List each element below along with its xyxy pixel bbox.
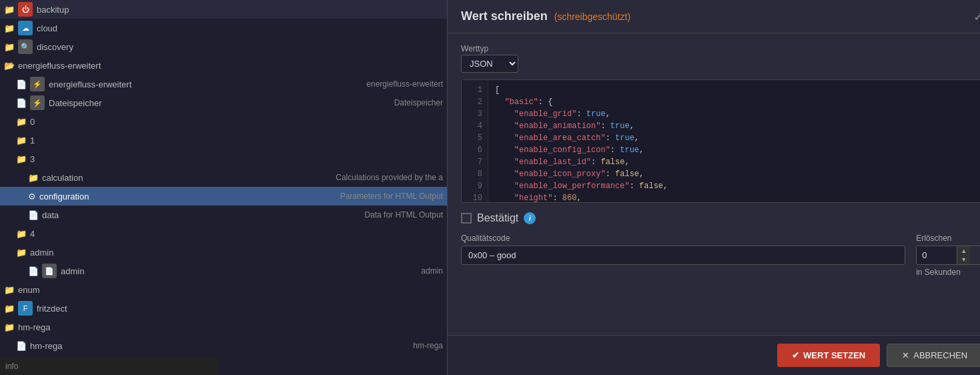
line-number: 3 <box>467 108 482 120</box>
item-name-label: 3 <box>30 154 443 164</box>
line-number: 9 <box>467 180 482 192</box>
item-desc-label: admin <box>421 266 443 276</box>
item-badge-icon: 🔍 <box>18 39 33 54</box>
dialog-title: Wert schreiben <box>461 9 548 23</box>
abbrechen-button[interactable]: ✕ ABBRECHEN <box>887 344 980 367</box>
item-desc-label: energiefluss-erweitert <box>366 79 443 89</box>
tree-item-folder-0[interactable]: 📁0 <box>0 112 447 131</box>
spin-buttons: ▲ ▼ <box>957 246 970 264</box>
code-line: "enable_area_catch": true, <box>495 132 975 144</box>
quality-select[interactable]: 0x00 – good 0x01 – uncertain 0x02 – bad <box>461 246 905 265</box>
erloeschen-input[interactable] <box>917 246 957 264</box>
spin-up-button[interactable]: ▲ <box>957 246 970 256</box>
tree-item-hm-rega-item[interactable]: 📄hm-regahm-rega <box>0 336 447 355</box>
item-desc-label: Data for HTML Output <box>364 210 443 220</box>
code-editor[interactable]: 123456789101112 [ "basic": { "enable_gri… <box>461 79 980 203</box>
line-number: 4 <box>467 120 482 132</box>
quality-label: Qualitätscode <box>461 234 905 243</box>
item-name-label: 0 <box>30 117 443 127</box>
tree-item-folder-1[interactable]: 📁1 <box>0 131 447 149</box>
item-name-label: 4 <box>30 229 443 239</box>
line-numbers: 123456789101112 <box>462 80 488 202</box>
tree-item-folder-4[interactable]: 📁4 <box>0 224 447 243</box>
item-name-label: Dateispeicher <box>49 98 388 108</box>
dialog-footer: ✔ WERT SETZEN ✕ ABBRECHEN <box>448 335 980 375</box>
item-desc-label: Calculations provided by the a <box>336 173 443 182</box>
expand-icon[interactable]: ⤢ <box>974 10 980 23</box>
dialog-title-area: Wert schreiben (schreibgeschützt) <box>461 9 630 23</box>
line-number: 8 <box>467 168 482 180</box>
tree-item-backitup[interactable]: 📁⏻backitup <box>0 0 447 19</box>
item-badge-icon: 📄 <box>42 264 57 278</box>
item-desc-label: Dateispeicher <box>394 98 443 107</box>
code-line: "enable_low_performance": false, <box>495 180 975 192</box>
werttyp-label: Werttyp <box>461 44 980 53</box>
folder-closed-icon: 📁 <box>16 248 27 258</box>
item-name-label: admin <box>61 266 414 276</box>
folder-closed-icon: 📁 <box>4 285 15 295</box>
item-badge-icon: ⏻ <box>18 2 33 17</box>
werttyp-section: Werttyp JSON String Number Boolean <box>461 44 980 73</box>
line-number: 6 <box>467 144 482 156</box>
file-icon: 📄 <box>28 266 39 276</box>
item-name-label: admin <box>30 248 443 258</box>
code-line: "enable_last_id": false, <box>495 156 975 168</box>
tree-item-data[interactable]: 📄dataData for HTML Output <box>0 206 447 224</box>
close-icon: ✕ <box>902 350 909 360</box>
tree-item-energiefluss-erweitert[interactable]: 📂energiefluss-erweitert <box>0 56 447 75</box>
info-icon[interactable]: i <box>524 212 536 224</box>
tree-item-calculation[interactable]: 📁calculationCalculations provided by the… <box>0 168 447 187</box>
tree-item-cloud[interactable]: 📁☁cloud <box>0 19 447 37</box>
item-name-label: 1 <box>30 135 443 145</box>
tree-item-enum[interactable]: 📁enum <box>0 280 447 299</box>
erloeschen-label: Erlöschen <box>916 234 980 243</box>
code-line: "enable_grid": true, <box>495 108 975 120</box>
status-text: info <box>5 362 18 371</box>
tree-item-dateispeicher[interactable]: 📄⚡DateispeicherDateispeicher <box>0 93 447 112</box>
file-icon: 📄 <box>16 341 27 351</box>
code-content: [ "basic": { "enable_grid": true, "enabl… <box>488 80 980 202</box>
file-icon: 📄 <box>16 98 27 108</box>
code-line: "enable_icon_proxy": false, <box>495 168 975 180</box>
tree-item-energiefluss-erweitert-main[interactable]: 📄⚡energiefluss-erweitertenergiefluss-erw… <box>0 75 447 93</box>
item-badge-icon: ⚡ <box>30 95 45 110</box>
folder-closed-icon: 📁 <box>4 23 15 33</box>
folder-closed-icon: 📁 <box>16 117 27 127</box>
item-name-label: fritzdect <box>37 304 443 314</box>
bestätigt-checkbox[interactable] <box>461 213 472 224</box>
tree-item-hm-rega[interactable]: 📁hm-rega <box>0 318 447 336</box>
type-select[interactable]: JSON String Number Boolean <box>461 55 518 73</box>
tree-item-fritzdect[interactable]: 📁Ffritzdect <box>0 299 447 318</box>
folder-closed-icon: 📁 <box>16 135 27 145</box>
dialog-panel: Wert schreiben (schreibgeschützt) ⤢ Wert… <box>447 0 980 375</box>
file-tree: 📁⏻backitup📁☁cloud📁🔍discovery📂energieflus… <box>0 0 447 375</box>
checkbox-row: Bestätigt i <box>461 212 980 224</box>
erloeschen-input-wrap: ▲ ▼ <box>916 246 980 265</box>
dialog-header: Wert schreiben (schreibgeschützt) ⤢ <box>448 0 980 33</box>
file-config-icon: ⚙ <box>28 192 36 202</box>
tree-item-folder-3[interactable]: 📁3 <box>0 149 447 168</box>
status-bar: info <box>0 358 219 375</box>
item-name-label: energiefluss-erweitert <box>49 79 360 89</box>
wert-setzen-button[interactable]: ✔ WERT SETZEN <box>777 344 880 367</box>
code-line: "basic": { <box>495 96 975 108</box>
folder-closed-icon: 📁 <box>4 322 15 332</box>
abbrechen-label: ABBRECHEN <box>913 350 967 360</box>
erloeschen-unit-label: in Sekunden <box>916 268 980 277</box>
folder-open-icon: 📂 <box>4 61 15 71</box>
item-name-label: data <box>42 210 358 220</box>
folder-closed-icon: 📁 <box>4 5 15 15</box>
tree-item-configuration[interactable]: ⚙configurationParameters for HTML Output <box>0 187 447 206</box>
item-name-label: energiefluss-erweitert <box>18 61 443 71</box>
dialog-body: Werttyp JSON String Number Boolean 12345… <box>448 33 980 335</box>
spin-down-button[interactable]: ▼ <box>957 256 970 265</box>
tree-item-admin-file[interactable]: 📄📄adminadmin <box>0 262 447 280</box>
folder-closed-icon: 📁 <box>4 304 15 314</box>
erloeschen-group: Erlöschen ▲ ▼ in Sekunden <box>916 234 980 277</box>
tree-item-discovery[interactable]: 📁🔍discovery <box>0 37 447 56</box>
item-name-label: calculation <box>42 173 329 183</box>
file-icon: 📄 <box>16 79 27 89</box>
tree-item-admin[interactable]: 📁admin <box>0 243 447 262</box>
quality-group: Qualitätscode 0x00 – good 0x01 – uncerta… <box>461 234 905 265</box>
line-number: 5 <box>467 132 482 144</box>
